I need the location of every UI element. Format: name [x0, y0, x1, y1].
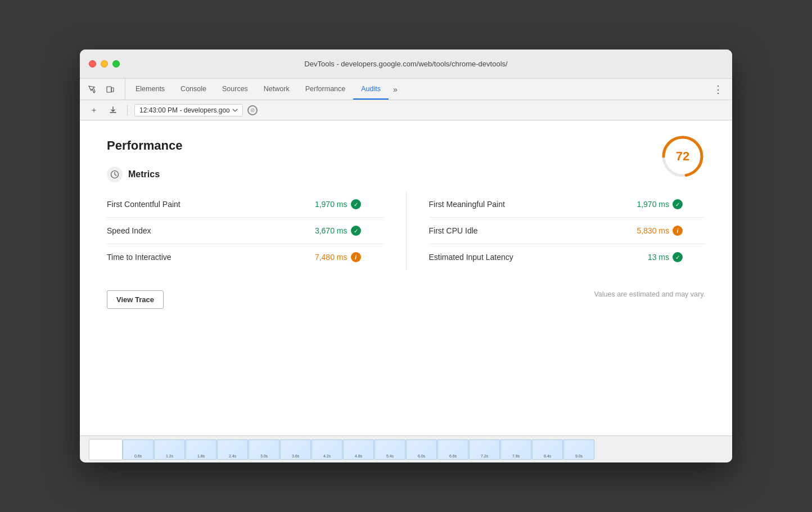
performance-score-circle: 72	[660, 134, 705, 179]
score-circle-container: 72	[660, 134, 705, 179]
filmstrip-frame: 6.0s	[406, 439, 437, 460]
recording-selector[interactable]: 12:43:00 PM - developers.goo	[134, 104, 243, 116]
filmstrip-frame: 6.6s	[437, 439, 468, 460]
toolbar-icons	[84, 79, 125, 100]
import-button[interactable]	[106, 103, 120, 118]
more-tabs-button[interactable]: »	[389, 79, 402, 100]
add-recording-button[interactable]: ＋	[87, 103, 101, 118]
main-content: Performance 72 Metrics	[80, 120, 732, 435]
page-title: Performance	[107, 138, 705, 153]
devtools-toolbar: Elements Console Sources Network Perform…	[80, 79, 732, 100]
device-toolbar-button[interactable]	[102, 82, 118, 97]
metric-value-text-fcp: 1,970 ms	[315, 200, 348, 209]
metric-value-text-eil: 13 ms	[648, 253, 669, 262]
metrics-icon	[107, 167, 123, 182]
filmstrip-blank	[89, 439, 123, 460]
metric-value-eil: 13 ms ✓	[648, 252, 683, 262]
tab-audits[interactable]: Audits	[353, 79, 389, 100]
check-icon-eil: ✓	[673, 252, 683, 262]
tab-network[interactable]: Network	[256, 79, 297, 100]
stop-recording-button[interactable]: ⊘	[247, 105, 258, 115]
filmstrip-frame: 1.8s	[186, 439, 216, 460]
secondary-toolbar: ＋ 12:43:00 PM - developers.goo ⊘	[80, 100, 732, 120]
filmstrip-frame: 7.8s	[500, 439, 531, 460]
tab-console[interactable]: Console	[173, 79, 214, 100]
title-bar: DevTools - developers.google.com/web/too…	[80, 50, 732, 79]
metric-value-fcp: 1,970 ms ✓	[315, 199, 361, 209]
metric-value-si: 3,670 ms ✓	[315, 226, 361, 236]
metric-value-text-tti: 7,480 ms	[315, 253, 348, 262]
filmstrip-frame: 5.4s	[375, 439, 405, 460]
metrics-header: Metrics	[107, 167, 705, 182]
check-icon-fmp: ✓	[673, 199, 683, 209]
window-title: DevTools - developers.google.com/web/too…	[304, 60, 507, 68]
check-icon-fcp: ✓	[351, 199, 361, 209]
tab-sources[interactable]: Sources	[214, 79, 256, 100]
filmstrip-frame: 2.4s	[217, 439, 248, 460]
info-icon-fci: i	[673, 226, 683, 236]
toolbar-divider	[127, 105, 128, 116]
metric-value-text-fmp: 1,970 ms	[637, 200, 669, 209]
score-value: 72	[676, 149, 689, 164]
metric-value-text-si: 3,670 ms	[315, 226, 348, 235]
metrics-right-column: First Meaningful Paint 1,970 ms ✓ First …	[407, 191, 706, 270]
filmstrip-frame: 3.6s	[280, 439, 311, 460]
filmstrip-frame: 8.4s	[532, 439, 563, 460]
metric-row-fmp: First Meaningful Paint 1,970 ms ✓	[429, 191, 706, 218]
filmstrip-frame: 1.2s	[154, 439, 185, 460]
metric-label-fci: First CPU Idle	[429, 226, 478, 235]
metrics-left-column: First Contentful Paint 1,970 ms ✓ Speed …	[107, 191, 407, 270]
close-button[interactable]	[89, 60, 96, 68]
metric-row-eil: Estimated Input Latency 13 ms ✓	[429, 244, 706, 270]
metrics-grid: First Contentful Paint 1,970 ms ✓ Speed …	[107, 191, 705, 270]
metrics-title: Metrics	[128, 169, 160, 179]
metric-label-fcp: First Contentful Paint	[107, 200, 181, 209]
info-icon-tti: i	[351, 252, 361, 262]
metric-row-si: Speed Index 3,670 ms ✓	[107, 218, 384, 244]
metric-value-fci: 5,830 ms i	[637, 226, 683, 236]
filmstrip-frame: 9.0s	[563, 439, 594, 460]
metric-label-si: Speed Index	[107, 226, 151, 235]
devtools-menu-button[interactable]: ⋮	[709, 79, 728, 100]
svg-rect-0	[107, 87, 111, 92]
metric-label-tti: Time to Interactive	[107, 253, 172, 262]
metric-label-eil: Estimated Input Latency	[429, 253, 513, 262]
filmstrip-frame: 3.0s	[249, 439, 279, 460]
filmstrip-frame: 4.8s	[343, 439, 374, 460]
maximize-button[interactable]	[112, 60, 120, 68]
filmstrip-frame: 4.2s	[312, 439, 342, 460]
svg-rect-1	[111, 88, 114, 92]
tab-elements[interactable]: Elements	[128, 79, 173, 100]
devtools-window: DevTools - developers.google.com/web/too…	[80, 50, 732, 462]
filmstrip-bar: 0.6s 1.2s 1.8s 2.4s 3.0s 3.6s 4.2s 4.8s …	[80, 435, 732, 462]
metric-value-tti: 7,480 ms i	[315, 252, 361, 262]
traffic-lights	[89, 60, 120, 68]
metric-row-fcp: First Contentful Paint 1,970 ms ✓	[107, 191, 384, 218]
tab-performance[interactable]: Performance	[297, 79, 354, 100]
filmstrip-frame: 0.6s	[123, 439, 154, 460]
inspect-element-button[interactable]	[84, 82, 100, 97]
tabs-container: Elements Console Sources Network Perform…	[128, 79, 709, 100]
disclaimer-text: Values are estimated and may vary.	[594, 290, 705, 298]
view-trace-button[interactable]: View Trace	[107, 290, 164, 309]
metric-row-fci: First CPU Idle 5,830 ms i	[429, 218, 706, 244]
filmstrip-frames: 0.6s 1.2s 1.8s 2.4s 3.0s 3.6s 4.2s 4.8s …	[123, 439, 594, 460]
metric-label-fmp: First Meaningful Paint	[429, 200, 505, 209]
check-icon-si: ✓	[351, 226, 361, 236]
minimize-button[interactable]	[101, 60, 108, 68]
filmstrip-frame: 7.2s	[469, 439, 500, 460]
metric-value-text-fci: 5,830 ms	[637, 226, 669, 235]
metric-value-fmp: 1,970 ms ✓	[637, 199, 683, 209]
metric-row-tti: Time to Interactive 7,480 ms i	[107, 244, 384, 270]
